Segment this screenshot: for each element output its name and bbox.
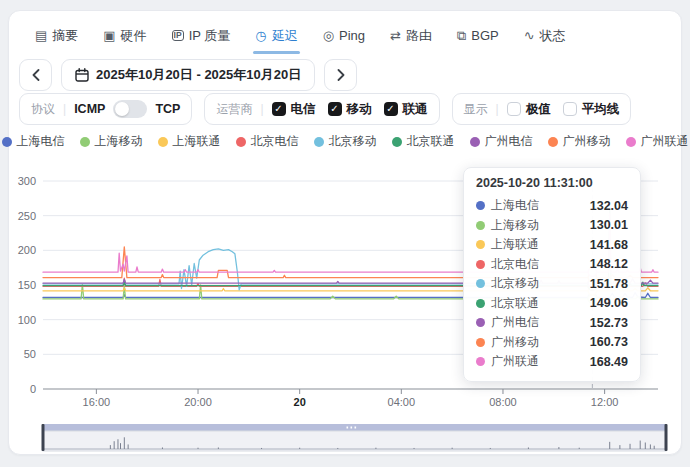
display-option-平均线[interactable]: 平均线 [563,101,620,118]
chart-legend: 上海电信上海移动上海联通北京电信北京移动北京联通广州电信广州移动广州联通 [9,133,681,150]
legend-dot [158,137,168,147]
legend-label: 北京联通 [407,133,455,150]
tab-label: 延迟 [272,27,298,45]
legend-item-上海联通[interactable]: 上海联通 [158,133,221,150]
tab-Ping[interactable]: ◎Ping [321,24,367,50]
y-axis-label-150: 150 [18,279,36,291]
tab-路由[interactable]: ⇄路由 [388,23,434,52]
tooltip-series-dot [476,260,485,269]
legend-item-上海移动[interactable]: 上海移动 [80,133,143,150]
tooltip-series-label: 广州移动 [491,334,584,351]
next-day-button[interactable] [324,59,357,91]
checked-checkbox[interactable]: ✓ [384,102,398,116]
legend-item-上海电信[interactable]: 上海电信 [2,133,65,150]
tooltip-series-label: 上海联通 [491,236,584,253]
tooltip-series-label: 广州联通 [491,353,584,370]
legend-item-广州联通[interactable]: 广州联通 [626,133,689,150]
latency-monitor-page: ▤摘要▣硬件IPIP 质量◷延迟◎Ping⇄路由⧉BGP∿状态 2025年10月… [0,0,690,467]
tooltip-series-dot [476,299,485,308]
legend-label: 上海联通 [173,133,221,150]
tab-摘要[interactable]: ▤摘要 [33,23,80,52]
bgp-icon: ⧉ [457,29,466,42]
filter-bar: 协议 | ICMP TCP 运营商 | ✓电信✓移动✓联通 显示 | 极值平均线 [19,93,631,125]
y-axis-label-0: 0 [30,383,36,395]
tooltip-series-value: 160.73 [590,335,628,349]
route-icon: ⇄ [390,29,401,42]
legend-dot [2,137,12,147]
protocol-option-icmp[interactable]: ICMP [74,102,105,116]
legend-item-北京移动[interactable]: 北京移动 [314,133,377,150]
tooltip-series-label: 北京电信 [491,256,584,273]
tab-label: 状态 [540,27,566,45]
prev-day-button[interactable] [19,59,52,91]
carrier-option-联通[interactable]: ✓联通 [384,101,428,118]
y-axis-label-100: 100 [18,314,36,326]
carrier-option-label: 电信 [291,101,316,118]
divider: | [496,102,499,116]
tab-label: 硬件 [121,27,147,45]
unchecked-checkbox[interactable] [507,102,521,116]
legend-label: 北京移动 [329,133,377,150]
tooltip-series-label: 广州电信 [491,314,584,331]
tooltip-series-dot [476,221,485,230]
carrier-options: ✓电信✓移动✓联通 [272,101,428,118]
checked-checkbox[interactable]: ✓ [328,102,342,116]
chart-tooltip: 2025-10-20 11:31:00 上海电信132.04上海移动130.01… [463,167,641,382]
tooltip-row-上海电信: 上海电信132.04 [476,196,628,216]
tooltip-series-label: 上海电信 [491,197,584,214]
protocol-toggle[interactable] [113,100,147,118]
tab-BGP[interactable]: ⧉BGP [455,24,501,50]
display-group-label: 显示 [464,101,488,118]
tooltip-row-上海移动: 上海移动130.01 [476,216,628,236]
x-axis-label-16:00: 16:00 [83,396,111,408]
legend-label: 上海电信 [17,133,65,150]
tooltip-row-北京电信: 北京电信148.12 [476,255,628,275]
display-option-label: 极值 [526,101,551,118]
tooltip-series-value: 168.49 [590,355,628,369]
datazoom-right-handle[interactable] [665,424,668,451]
legend-label: 广州电信 [485,133,533,150]
legend-item-北京联通[interactable]: 北京联通 [392,133,455,150]
calendar-icon [75,68,89,82]
tab-硬件[interactable]: ▣硬件 [101,23,148,52]
carrier-option-移动[interactable]: ✓移动 [328,101,372,118]
legend-item-广州移动[interactable]: 广州移动 [548,133,611,150]
tooltip-series-value: 151.78 [590,277,628,291]
legend-label: 广州联通 [641,133,689,150]
tooltip-series-dot [476,240,485,249]
tooltip-series-value: 149.06 [590,296,628,310]
display-option-极值[interactable]: 极值 [507,101,551,118]
tab-label: 路由 [406,27,432,45]
tab-label: BGP [471,28,498,43]
legend-item-广州电信[interactable]: 广州电信 [470,133,533,150]
tooltip-series-label: 上海移动 [491,217,584,234]
ip-quality-icon: IP [172,30,184,41]
tooltip-series-value: 130.01 [590,218,628,232]
tooltip-row-北京联通: 北京联通149.06 [476,294,628,314]
date-navigation: 2025年10月20日 - 2025年10月20日 [19,59,357,91]
protocol-group-label: 协议 [31,101,55,118]
tooltip-series-value: 148.12 [590,257,628,271]
display-option-label: 平均线 [582,101,620,118]
divider: | [260,102,263,116]
tab-延迟[interactable]: ◷延迟 [253,23,299,52]
date-range-picker[interactable]: 2025年10月20日 - 2025年10月20日 [61,59,315,91]
tooltip-series-label: 北京移动 [491,275,584,292]
panel-card: ▤摘要▣硬件IPIP 质量◷延迟◎Ping⇄路由⧉BGP∿状态 2025年10月… [8,10,682,455]
datazoom-left-handle[interactable] [42,424,45,451]
y-axis-label-250: 250 [18,210,36,222]
tooltip-row-北京移动: 北京移动151.78 [476,274,628,294]
carrier-filter-group: 运营商 | ✓电信✓移动✓联通 [204,93,439,125]
x-axis-label-08:00: 08:00 [489,396,517,408]
tooltip-series-dot [476,357,485,366]
carrier-option-电信[interactable]: ✓电信 [272,101,316,118]
checked-checkbox[interactable]: ✓ [272,102,286,116]
datazoom-overview[interactable] [43,431,666,451]
tab-IP 质量[interactable]: IPIP 质量 [170,23,233,52]
protocol-option-tcp[interactable]: TCP [155,102,180,116]
tab-状态[interactable]: ∿状态 [522,23,568,52]
legend-item-北京电信[interactable]: 北京电信 [236,133,299,150]
tooltip-row-广州电信: 广州电信152.73 [476,313,628,333]
unchecked-checkbox[interactable] [563,102,577,116]
display-filter-group: 显示 | 极值平均线 [452,93,632,125]
